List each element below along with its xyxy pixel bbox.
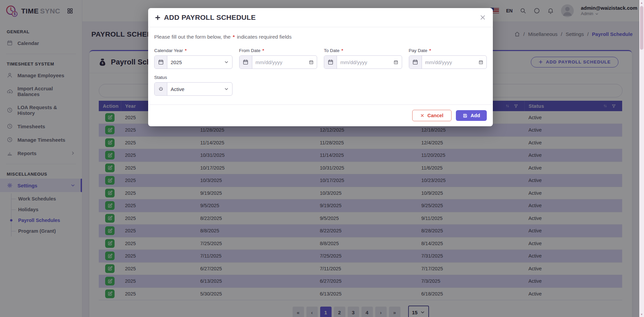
calendar-icon [240, 56, 252, 69]
required-asterisk: * [185, 48, 186, 53]
status-value: Active [167, 86, 221, 92]
power-icon [155, 83, 167, 95]
required-asterisk: * [429, 48, 431, 53]
scroll-up-icon[interactable]: ▲ [639, 0, 644, 5]
add-payroll-schedule-modal: ADD PAYROLL SCHEDULE Please fill out the… [148, 8, 493, 126]
to-date-field: To Date * mm/dd/yyyy [324, 48, 402, 69]
modal-body: Please fill out the form below, the * in… [148, 27, 493, 96]
status-select[interactable]: Active [154, 82, 232, 96]
calendar-icon [409, 56, 422, 69]
close-icon [420, 114, 424, 118]
vertical-scrollbar[interactable]: ▲ ▼ [639, 0, 644, 317]
status-field: Status Active [154, 75, 232, 96]
to-date-input[interactable]: mm/dd/yyyy [324, 55, 402, 69]
field-label: Pay Date * [409, 48, 487, 53]
modal-header: ADD PAYROLL SCHEDULE [148, 8, 493, 27]
save-icon [463, 113, 468, 118]
scroll-down-icon[interactable]: ▼ [639, 312, 644, 317]
to-date-placeholder: mm/dd/yyyy [337, 59, 390, 65]
from-date-placeholder: mm/dd/yyyy [252, 59, 306, 65]
field-label: Calendar Year * [154, 48, 232, 53]
calendar-year-select[interactable]: 2025 [154, 55, 232, 69]
close-icon[interactable] [479, 14, 486, 21]
datepicker-icon[interactable] [475, 60, 486, 65]
modal-title: ADD PAYROLL SCHEDULE [164, 13, 256, 21]
plus-icon [155, 15, 161, 20]
calendar-icon [324, 56, 337, 69]
pay-date-input[interactable]: mm/dd/yyyy [409, 55, 487, 69]
pay-date-placeholder: mm/dd/yyyy [422, 59, 475, 65]
calendar-year-field: Calendar Year * 2025 [154, 48, 232, 69]
scrollbar-thumb[interactable] [640, 6, 643, 50]
form-instructions: Please fill out the form below, the * in… [154, 34, 487, 40]
field-label: To Date * [324, 48, 402, 53]
app-screen: $ TIMESYNC GENERALCalendarTIMESHEET SYST… [0, 0, 644, 317]
chevron-down-icon [221, 60, 232, 64]
modal-title-row: ADD PAYROLL SCHEDULE [155, 13, 256, 21]
form-grid: Calendar Year * 2025 From Date * mm/dd/y… [154, 48, 487, 69]
pay-date-field: Pay Date * mm/dd/yyyy [409, 48, 487, 69]
cancel-button[interactable]: Cancel [412, 110, 452, 121]
field-label: From Date * [239, 48, 317, 53]
datepicker-icon[interactable] [305, 60, 317, 65]
calendar-icon [155, 56, 167, 69]
required-asterisk: * [233, 34, 235, 40]
add-button[interactable]: Add [456, 110, 487, 121]
required-asterisk: * [341, 48, 343, 53]
from-date-input[interactable]: mm/dd/yyyy [239, 55, 317, 69]
datepicker-icon[interactable] [390, 60, 402, 65]
required-asterisk: * [262, 48, 264, 53]
chevron-down-icon [221, 87, 232, 91]
from-date-field: From Date * mm/dd/yyyy [239, 48, 317, 69]
field-label: Status [154, 75, 232, 80]
calendar-year-value: 2025 [167, 59, 221, 65]
modal-footer: Cancel Add [148, 105, 493, 126]
